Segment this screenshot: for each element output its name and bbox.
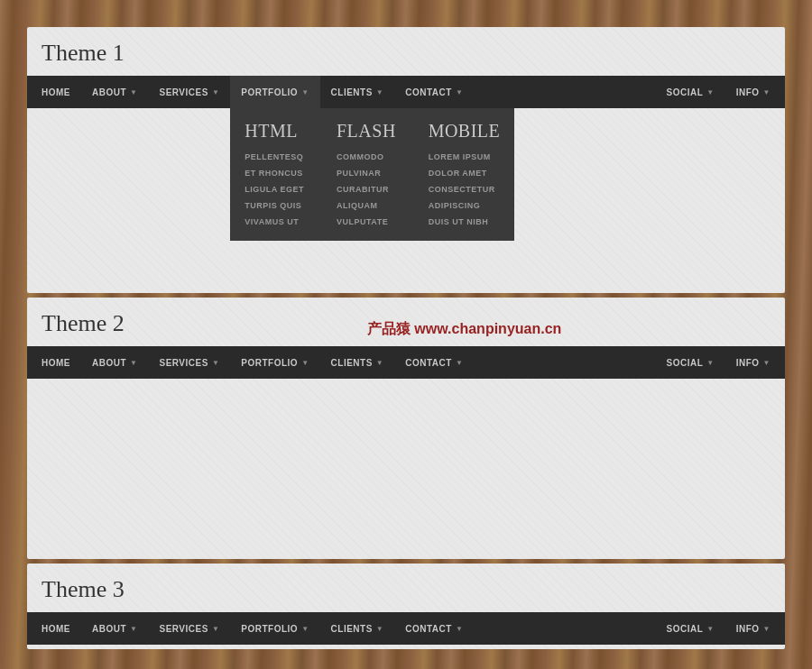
nav2-services[interactable]: SERVICES▼ bbox=[148, 346, 230, 379]
dropdown-item[interactable]: ET RHONCUS bbox=[237, 165, 315, 181]
dropdown-item[interactable]: CONSECTETUR bbox=[421, 181, 508, 197]
nav-social[interactable]: SOCIAL▼ bbox=[655, 76, 724, 108]
dropdown-item[interactable]: DOLOR AMET bbox=[421, 165, 508, 181]
nav-home[interactable]: HOME bbox=[31, 76, 81, 108]
nav-portfolio[interactable]: PORTFOLIO▼ HTML PELLENTESQ ET RHONCUS LI… bbox=[230, 76, 319, 108]
portfolio-arrow: ▼ bbox=[301, 88, 309, 96]
about2-arrow: ▼ bbox=[130, 359, 137, 367]
theme2-navbar: HOME ABOUT▼ SERVICES▼ PORTFOLIO▼ CLIENTS… bbox=[27, 346, 785, 379]
nav2-info[interactable]: INFO▼ bbox=[725, 346, 781, 379]
theme3-navbar: HOME ABOUT▼ SERVICES▼ PORTFOLIO▼ CLIENTS… bbox=[27, 612, 785, 645]
portfolio3-arrow: ▼ bbox=[301, 625, 309, 633]
portfolio-dropdown: HTML PELLENTESQ ET RHONCUS LIGULA EGET T… bbox=[230, 108, 514, 241]
nav3-contact[interactable]: CONTACT▼ bbox=[394, 612, 474, 645]
dropdown-item[interactable]: DUIS UT NIBH bbox=[421, 214, 508, 230]
info3-arrow: ▼ bbox=[763, 625, 770, 633]
dropdown-item[interactable]: ALIQUAM bbox=[329, 197, 407, 214]
nav3-info[interactable]: INFO▼ bbox=[725, 612, 781, 645]
dropdown-item[interactable]: LOREM IPSUM bbox=[421, 149, 508, 165]
nav-clients[interactable]: CLIENTS▼ bbox=[320, 76, 395, 108]
dropdown-item[interactable]: COMMODO bbox=[329, 149, 407, 165]
theme1-title: Theme 1 bbox=[27, 27, 785, 76]
dropdown-col-flash: Flash COMMODO PULVINAR CURABITUR ALIQUAM… bbox=[322, 117, 414, 230]
watermark: 产品猿 www.chanpinyuan.cn bbox=[367, 320, 561, 339]
nav-contact[interactable]: CONTACT▼ bbox=[394, 76, 474, 108]
contact3-arrow: ▼ bbox=[456, 625, 463, 633]
nav3-services[interactable]: SERVICES▼ bbox=[148, 612, 230, 645]
wood-background: Theme 1 HOME ABOUT▼ SERVICES▼ PORTFOLIO▼… bbox=[0, 0, 812, 669]
nav3-about[interactable]: ABOUT▼ bbox=[81, 612, 148, 645]
dropdown-header-html: HTML bbox=[237, 117, 315, 149]
nav2-about[interactable]: ABOUT▼ bbox=[81, 346, 148, 379]
nav3-portfolio[interactable]: PORTFOLIO▼ bbox=[230, 612, 319, 645]
dropdown-item[interactable]: CURABITUR bbox=[329, 181, 407, 197]
nav2-home[interactable]: HOME bbox=[31, 346, 81, 379]
nav2-portfolio[interactable]: PORTFOLIO▼ bbox=[230, 346, 319, 379]
services3-arrow: ▼ bbox=[212, 625, 219, 633]
dropdown-item[interactable]: VIVAMUS UT bbox=[237, 214, 315, 230]
services2-arrow: ▼ bbox=[212, 359, 219, 367]
nav2-social[interactable]: SOCIAL▼ bbox=[655, 346, 724, 379]
social2-arrow: ▼ bbox=[706, 359, 714, 367]
dropdown-col-mobile: Mobile LOREM IPSUM DOLOR AMET CONSECTETU… bbox=[414, 117, 515, 230]
portfolio2-arrow: ▼ bbox=[301, 359, 309, 367]
nav2-spacer bbox=[474, 346, 655, 379]
nav3-social[interactable]: SOCIAL▼ bbox=[655, 612, 724, 645]
dropdown-header-flash: Flash bbox=[329, 117, 407, 149]
services-arrow: ▼ bbox=[212, 88, 219, 96]
nav2-clients[interactable]: CLIENTS▼ bbox=[320, 346, 395, 379]
dropdown-item[interactable]: TURPIS QUIS bbox=[237, 197, 315, 214]
social3-arrow: ▼ bbox=[706, 625, 714, 633]
dropdown-item[interactable]: PELLENTESQ bbox=[237, 149, 315, 165]
info2-arrow: ▼ bbox=[763, 359, 770, 367]
info-arrow: ▼ bbox=[763, 88, 770, 96]
contact-arrow: ▼ bbox=[456, 88, 463, 96]
clients-arrow: ▼ bbox=[376, 88, 383, 96]
dropdown-col-html: HTML PELLENTESQ ET RHONCUS LIGULA EGET T… bbox=[230, 117, 322, 230]
theme1-navbar: HOME ABOUT▼ SERVICES▼ PORTFOLIO▼ HTML PE… bbox=[27, 76, 785, 108]
dropdown-item[interactable]: PULVINAR bbox=[329, 165, 407, 181]
theme3-title: Theme 3 bbox=[27, 564, 785, 612]
clients3-arrow: ▼ bbox=[376, 625, 383, 633]
about-arrow: ▼ bbox=[130, 88, 137, 96]
theme1-section: Theme 1 HOME ABOUT▼ SERVICES▼ PORTFOLIO▼… bbox=[27, 27, 785, 293]
dropdown-item[interactable]: LIGULA EGET bbox=[237, 181, 315, 197]
dropdown-header-mobile: Mobile bbox=[421, 117, 508, 149]
nav3-clients[interactable]: CLIENTS▼ bbox=[320, 612, 395, 645]
nav-spacer bbox=[474, 76, 655, 108]
about3-arrow: ▼ bbox=[130, 625, 137, 633]
theme3-section: Theme 3 HOME ABOUT▼ SERVICES▼ PORTFOLIO▼… bbox=[27, 564, 785, 649]
contact2-arrow: ▼ bbox=[456, 359, 463, 367]
nav-info[interactable]: INFO▼ bbox=[725, 76, 781, 108]
dropdown-columns: HTML PELLENTESQ ET RHONCUS LIGULA EGET T… bbox=[230, 117, 514, 230]
nav2-contact[interactable]: CONTACT▼ bbox=[394, 346, 474, 379]
social-arrow: ▼ bbox=[706, 88, 714, 96]
dropdown-item[interactable]: ADIPISCING bbox=[421, 197, 508, 214]
clients2-arrow: ▼ bbox=[376, 359, 383, 367]
nav-about[interactable]: ABOUT▼ bbox=[81, 76, 148, 108]
dropdown-item[interactable]: VULPUTATE bbox=[329, 214, 407, 230]
nav3-home[interactable]: HOME bbox=[31, 612, 81, 645]
nav-services[interactable]: SERVICES▼ bbox=[148, 76, 230, 108]
nav3-spacer bbox=[474, 612, 655, 645]
